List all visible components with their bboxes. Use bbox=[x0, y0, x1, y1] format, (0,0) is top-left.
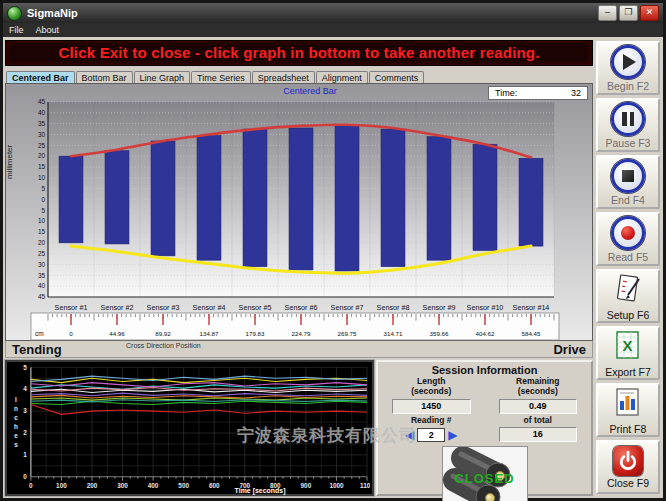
svg-text:35: 35 bbox=[38, 120, 46, 127]
trend-chart[interactable]: 012345Inches0100200300400500600700800900… bbox=[9, 364, 370, 495]
tab-comments[interactable]: Comments bbox=[369, 71, 425, 83]
svg-text:Sensor #7: Sensor #7 bbox=[331, 303, 364, 312]
setup-button[interactable]: Setup F6 bbox=[596, 269, 660, 323]
svg-text:89.92: 89.92 bbox=[155, 330, 171, 337]
nip-status-text: CLOSED bbox=[443, 471, 527, 486]
pause-button[interactable]: Pause F3 bbox=[596, 98, 660, 152]
svg-text:c: c bbox=[14, 414, 18, 421]
svg-text:500: 500 bbox=[178, 482, 189, 489]
print-button[interactable]: Print F8 bbox=[596, 383, 660, 437]
svg-text:100: 100 bbox=[56, 482, 67, 489]
pause-icon bbox=[611, 102, 645, 136]
svg-text:584.45: 584.45 bbox=[522, 330, 541, 337]
tab-spreadsheet[interactable]: Spreadsheet bbox=[252, 71, 315, 83]
notepad-pen-icon bbox=[612, 272, 644, 308]
time-value: 32 bbox=[571, 88, 581, 98]
svg-text:5: 5 bbox=[41, 185, 45, 192]
svg-text:3: 3 bbox=[23, 407, 27, 414]
tab-line-graph[interactable]: Line Graph bbox=[134, 71, 191, 83]
length-value: 1450 bbox=[392, 399, 471, 414]
svg-text:Sensor #14: Sensor #14 bbox=[513, 303, 550, 312]
export-button[interactable]: X Export F7 bbox=[596, 326, 660, 380]
reading-prev-button[interactable]: ◀ bbox=[405, 429, 414, 441]
minimize-button[interactable]: – bbox=[598, 5, 617, 21]
svg-text:40: 40 bbox=[38, 282, 46, 289]
session-title: Session Information bbox=[382, 364, 587, 376]
chart-document-icon bbox=[612, 386, 644, 422]
svg-text:10: 10 bbox=[38, 174, 46, 181]
trend-chart-panel[interactable]: 012345Inches0100200300400500600700800900… bbox=[5, 360, 374, 496]
excel-icon: X bbox=[612, 329, 644, 365]
svg-text:44.96: 44.96 bbox=[109, 330, 125, 337]
svg-text:2: 2 bbox=[23, 429, 27, 436]
svg-text:359.66: 359.66 bbox=[430, 330, 449, 337]
centered-bar-panel: Centered Bar Time: 32 millimeter 4540353… bbox=[5, 83, 593, 341]
svg-text:30: 30 bbox=[38, 261, 46, 268]
menu-about[interactable]: About bbox=[36, 25, 60, 35]
tab-bottom-bar[interactable]: Bottom Bar bbox=[76, 71, 133, 83]
close-window-button[interactable]: ✕ bbox=[640, 5, 659, 21]
title-bar: SigmaNip – ❐ ✕ bbox=[3, 3, 663, 23]
remaining-label: Remaining (seconds) bbox=[489, 377, 588, 397]
tab-alignment[interactable]: Alignment bbox=[316, 71, 368, 83]
svg-text:20: 20 bbox=[38, 239, 46, 246]
reading-spinner: ◀ 2 ▶ bbox=[382, 428, 481, 442]
bottom-section: 012345Inches0100200300400500600700800900… bbox=[5, 360, 593, 496]
svg-text:10: 10 bbox=[38, 217, 46, 224]
restore-icon: ❐ bbox=[624, 7, 632, 17]
svg-text:Time [seconds]: Time [seconds] bbox=[235, 487, 286, 495]
time-label: Time: bbox=[495, 88, 517, 98]
tending-label: Tending bbox=[12, 342, 62, 357]
svg-text:Sensor #2: Sensor #2 bbox=[101, 303, 134, 312]
svg-text:5: 5 bbox=[23, 364, 27, 371]
svg-text:0: 0 bbox=[41, 196, 45, 203]
cross-direction-row: Tending Cross Direction Position Drive bbox=[5, 341, 593, 358]
svg-text:200: 200 bbox=[87, 482, 98, 489]
tab-bar: Centered Bar Bottom Bar Line Graph Time … bbox=[5, 68, 593, 83]
tab-time-series[interactable]: Time Series bbox=[191, 71, 251, 83]
svg-text:45: 45 bbox=[38, 99, 46, 105]
menu-file[interactable]: File bbox=[9, 25, 24, 35]
end-button[interactable]: End F4 bbox=[596, 155, 660, 209]
length-label: Length (seconds) bbox=[382, 377, 481, 397]
svg-text:25: 25 bbox=[38, 142, 46, 149]
svg-text:Sensor #3: Sensor #3 bbox=[147, 303, 180, 312]
tab-centered-bar[interactable]: Centered Bar bbox=[6, 71, 75, 83]
svg-text:15: 15 bbox=[38, 163, 46, 170]
svg-text:e: e bbox=[14, 432, 18, 439]
svg-text:5: 5 bbox=[41, 207, 45, 214]
svg-text:35: 35 bbox=[38, 272, 46, 279]
svg-text:179.83: 179.83 bbox=[246, 330, 265, 337]
menu-bar: File About bbox=[3, 23, 663, 37]
svg-text:I: I bbox=[15, 396, 17, 403]
stop-icon bbox=[611, 159, 645, 193]
svg-text:0: 0 bbox=[29, 482, 33, 489]
arrow-left-icon: ◀ bbox=[405, 428, 414, 442]
svg-text:h: h bbox=[14, 423, 18, 430]
svg-text:900: 900 bbox=[301, 482, 312, 489]
time-field[interactable]: Time: 32 bbox=[488, 86, 588, 100]
reading-value[interactable]: 2 bbox=[417, 428, 445, 442]
svg-text:134.87: 134.87 bbox=[200, 330, 219, 337]
content-area: Click Exit to close - click graph in bot… bbox=[3, 37, 663, 498]
svg-text:Sensor #4: Sensor #4 bbox=[193, 303, 226, 312]
restore-button[interactable]: ❐ bbox=[619, 5, 638, 21]
svg-text:0: 0 bbox=[69, 330, 73, 337]
close-icon: ✕ bbox=[646, 7, 654, 17]
toolbar-column: Begin F2 Pause F3 End F4 Read F5 bbox=[595, 39, 661, 496]
close-button[interactable]: Close F9 bbox=[596, 440, 660, 494]
read-button[interactable]: Read F5 bbox=[596, 212, 660, 266]
begin-button[interactable]: Begin F2 bbox=[596, 41, 660, 95]
drive-label: Drive bbox=[553, 342, 586, 357]
remaining-value: 0.49 bbox=[499, 399, 578, 414]
svg-text:n: n bbox=[14, 405, 18, 412]
total-value: 16 bbox=[499, 427, 578, 442]
svg-text:X: X bbox=[622, 336, 632, 353]
power-icon bbox=[613, 446, 643, 476]
window-controls: – ❐ ✕ bbox=[598, 5, 659, 21]
svg-text:1: 1 bbox=[23, 451, 27, 458]
reading-next-button[interactable]: ▶ bbox=[448, 429, 457, 441]
svg-text:15: 15 bbox=[38, 228, 46, 235]
svg-text:Sensor #6: Sensor #6 bbox=[285, 303, 318, 312]
window-title: SigmaNip bbox=[27, 7, 78, 19]
